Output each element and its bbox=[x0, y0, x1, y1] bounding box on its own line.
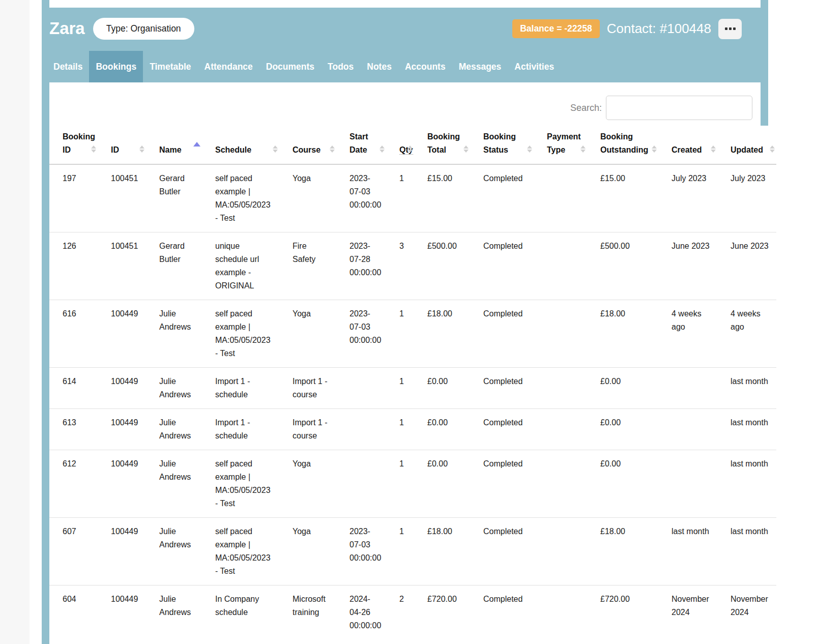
cell-schedule: self paced example | MA:05/05/2023 - Tes… bbox=[202, 518, 279, 586]
cell-booking-outstanding: £18.00 bbox=[587, 518, 658, 586]
tab-accounts[interactable]: Accounts bbox=[398, 51, 452, 82]
cell-id: 100451 bbox=[98, 232, 146, 300]
column-header-booking-outstanding[interactable]: Booking Outstanding bbox=[587, 130, 658, 164]
booking-row-126[interactable]: 126100451Gerard Butlerunique schedule ur… bbox=[49, 232, 776, 300]
booking-row-616[interactable]: 616100449Julie Andrewsself paced example… bbox=[49, 300, 776, 368]
cell-name: Gerard Butler bbox=[146, 164, 202, 232]
cell-schedule: unique schedule url example - ORIGINAL bbox=[202, 232, 279, 300]
column-label: ID bbox=[111, 145, 119, 154]
sort-icon bbox=[91, 145, 96, 153]
cell-name: Julie Andrews bbox=[146, 450, 202, 518]
tab-documents[interactable]: Documents bbox=[259, 51, 321, 82]
table-header-row: Booking IDIDNameScheduleCourseStart Date… bbox=[49, 130, 776, 164]
cell-created: last month bbox=[658, 518, 717, 586]
profile-row: Zara Type: Organisation Balance = -22258… bbox=[42, 8, 768, 40]
cell-updated: 4 weeks ago bbox=[717, 300, 776, 368]
cell-qty: 1 bbox=[386, 164, 414, 232]
tab-activities[interactable]: Activities bbox=[508, 51, 561, 82]
cell-updated: last month bbox=[717, 450, 776, 518]
cell-id: 100449 bbox=[98, 518, 146, 586]
column-header-course[interactable]: Course bbox=[279, 130, 336, 164]
cell-name: Julie Andrews bbox=[146, 300, 202, 368]
cell-created: 4 weeks ago bbox=[658, 300, 717, 368]
cell-updated: June 2023 bbox=[717, 232, 776, 300]
booking-row-604[interactable]: 604100449Julie AndrewsIn Company schedul… bbox=[49, 586, 776, 640]
more-actions-button[interactable] bbox=[718, 19, 742, 39]
cell-start-date: 2023-07-03 00:00:00 bbox=[336, 164, 386, 232]
cell-booking-outstanding: £0.00 bbox=[587, 450, 658, 518]
column-header-qty[interactable]: Qty bbox=[386, 130, 414, 164]
tab-notes[interactable]: Notes bbox=[360, 51, 398, 82]
cell-payment-type bbox=[534, 232, 587, 300]
cell-created bbox=[658, 450, 717, 518]
column-label: Name bbox=[159, 145, 182, 154]
cell-updated: last month bbox=[717, 518, 776, 586]
cell-updated: November 2024 bbox=[717, 586, 776, 640]
column-header-updated[interactable]: Updated bbox=[717, 130, 776, 164]
column-header-booking-status[interactable]: Booking Status bbox=[470, 130, 534, 164]
cell-qty: 1 bbox=[386, 450, 414, 518]
column-header-start-date[interactable]: Start Date bbox=[336, 130, 386, 164]
ellipsis-icon bbox=[725, 27, 727, 30]
cell-id: 100449 bbox=[98, 368, 146, 409]
cell-booking-id: 607 bbox=[49, 518, 98, 586]
tab-bookings[interactable]: Bookings bbox=[89, 51, 143, 82]
contact-id-label: Contact: #100448 bbox=[607, 21, 711, 37]
cell-booking-id: 612 bbox=[49, 450, 98, 518]
cell-id: 100449 bbox=[98, 300, 146, 368]
booking-row-614[interactable]: 614100449Julie AndrewsImport 1 - schedul… bbox=[49, 368, 776, 409]
cell-course: Import 1 - course bbox=[279, 409, 336, 450]
cell-schedule: In Company schedule bbox=[202, 586, 279, 640]
cell-booking-id: 614 bbox=[49, 368, 98, 409]
table-body: 197100451Gerard Butlerself paced example… bbox=[49, 164, 776, 639]
cell-booking-total: £18.00 bbox=[414, 518, 470, 586]
column-label: Booking Total bbox=[427, 132, 460, 154]
cell-start-date: 2023-07-28 00:00:00 bbox=[336, 232, 386, 300]
tab-todos[interactable]: Todos bbox=[321, 51, 360, 82]
tab-timetable[interactable]: Timetable bbox=[143, 51, 197, 82]
column-header-booking-total[interactable]: Booking Total bbox=[414, 130, 470, 164]
column-label: Created bbox=[672, 145, 702, 154]
tab-messages[interactable]: Messages bbox=[452, 51, 508, 82]
cell-payment-type bbox=[534, 409, 587, 450]
cell-booking-id: 613 bbox=[49, 409, 98, 450]
cell-booking-status: Completed bbox=[470, 164, 534, 232]
cell-name: Julie Andrews bbox=[146, 368, 202, 409]
balance-badge[interactable]: Balance = -22258 bbox=[512, 19, 600, 38]
booking-row-197[interactable]: 197100451Gerard Butlerself paced example… bbox=[49, 164, 776, 232]
tab-attendance[interactable]: Attendance bbox=[198, 51, 259, 82]
cell-updated: last month bbox=[717, 368, 776, 409]
cell-schedule: self paced example | MA:05/05/2023 - Tes… bbox=[202, 164, 279, 232]
booking-row-613[interactable]: 613100449Julie AndrewsImport 1 - schedul… bbox=[49, 409, 776, 450]
tab-details[interactable]: Details bbox=[47, 51, 89, 82]
cell-created: November 2024 bbox=[658, 586, 717, 640]
cell-booking-id: 197 bbox=[49, 164, 98, 232]
cell-payment-type bbox=[534, 300, 587, 368]
contact-name: Zara bbox=[49, 19, 85, 38]
column-header-created[interactable]: Created bbox=[658, 130, 717, 164]
cell-updated: last month bbox=[717, 409, 776, 450]
cell-start-date: 2023-07-03 00:00:00 bbox=[336, 300, 386, 368]
profile-header: Zara Type: Organisation Balance = -22258… bbox=[42, 8, 768, 82]
cell-booking-total: £0.00 bbox=[414, 368, 470, 409]
booking-row-612[interactable]: 612100449Julie Andrewsself paced example… bbox=[49, 450, 776, 518]
cell-booking-id: 604 bbox=[49, 586, 98, 640]
cell-course: Yoga bbox=[279, 300, 336, 368]
column-header-schedule[interactable]: Schedule bbox=[202, 130, 279, 164]
cell-booking-outstanding: £0.00 bbox=[587, 409, 658, 450]
profile-tabs: DetailsBookingsTimetableAttendanceDocume… bbox=[47, 51, 561, 82]
contact-type-pill: Type: Organisation bbox=[93, 18, 194, 40]
search-input[interactable] bbox=[606, 96, 752, 120]
cell-created: June 2023 bbox=[658, 232, 717, 300]
column-header-booking-id[interactable]: Booking ID bbox=[49, 130, 98, 164]
cell-qty: 1 bbox=[386, 300, 414, 368]
booking-row-607[interactable]: 607100449Julie Andrewsself paced example… bbox=[49, 518, 776, 586]
column-header-name[interactable]: Name bbox=[146, 130, 202, 164]
column-header-id[interactable]: ID bbox=[98, 130, 146, 164]
column-header-payment-type[interactable]: Payment Type bbox=[534, 130, 587, 164]
cell-payment-type bbox=[534, 164, 587, 232]
cell-schedule: Import 1 - schedule bbox=[202, 368, 279, 409]
cell-created bbox=[658, 368, 717, 409]
cell-booking-outstanding: £15.00 bbox=[587, 164, 658, 232]
sort-icon bbox=[380, 145, 385, 153]
